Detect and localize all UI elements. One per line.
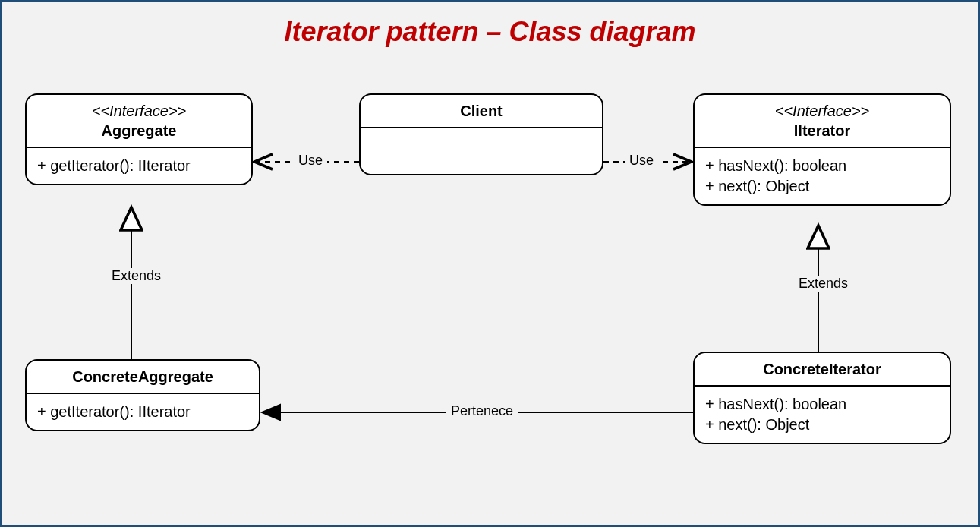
- class-concrete-iterator: ConcreteIterator + hasNext(): boolean + …: [693, 352, 951, 444]
- class-methods: + hasNext(): boolean + next(): Object: [695, 387, 950, 443]
- class-name: ConcreteIterator: [704, 359, 941, 379]
- class-header: Client: [361, 95, 602, 128]
- method: + getIterator(): IIterator: [37, 402, 248, 422]
- edge-label-use-left: Use: [294, 153, 327, 169]
- method: + next(): Object: [705, 176, 939, 197]
- class-header: <<Interface>> IIterator: [695, 95, 950, 148]
- diagram-frame: Iterator pattern – Class diagram <<Inter…: [0, 0, 980, 527]
- class-iiterator: <<Interface>> IIterator + hasNext(): boo…: [693, 93, 951, 206]
- class-name: IIterator: [704, 121, 941, 140]
- edge-label-pertenece: Pertenece: [446, 403, 518, 419]
- method: + getIterator(): IIterator: [37, 156, 241, 176]
- class-methods: [361, 128, 602, 174]
- stereotype-label: <<Interface>>: [36, 101, 242, 121]
- class-header: <<Interface>> Aggregate: [27, 95, 251, 148]
- edge-label-extends-left: Extends: [107, 268, 165, 284]
- diagram-title: Iterator pattern – Class diagram: [2, 16, 978, 48]
- stereotype-label: <<Interface>>: [704, 101, 941, 121]
- edge-label-use-right: Use: [625, 153, 658, 169]
- method: + hasNext(): boolean: [705, 394, 939, 415]
- method: + hasNext(): boolean: [705, 156, 939, 176]
- class-header: ConcreteIterator: [695, 353, 950, 387]
- class-header: ConcreteAggregate: [27, 361, 259, 394]
- class-methods: + hasNext(): boolean + next(): Object: [695, 148, 950, 204]
- class-concrete-aggregate: ConcreteAggregate + getIterator(): IIter…: [25, 359, 260, 431]
- class-name: Aggregate: [36, 121, 242, 140]
- class-methods: + getIterator(): IIterator: [27, 394, 259, 430]
- edge-label-extends-right: Extends: [794, 276, 852, 292]
- connectors-layer: [2, 2, 980, 527]
- class-name: Client: [370, 101, 593, 121]
- class-client: Client: [359, 93, 603, 175]
- method: + next(): Object: [705, 415, 939, 435]
- class-aggregate: <<Interface>> Aggregate + getIterator():…: [25, 93, 253, 185]
- class-name: ConcreteAggregate: [36, 367, 250, 387]
- class-methods: + getIterator(): IIterator: [27, 148, 251, 184]
